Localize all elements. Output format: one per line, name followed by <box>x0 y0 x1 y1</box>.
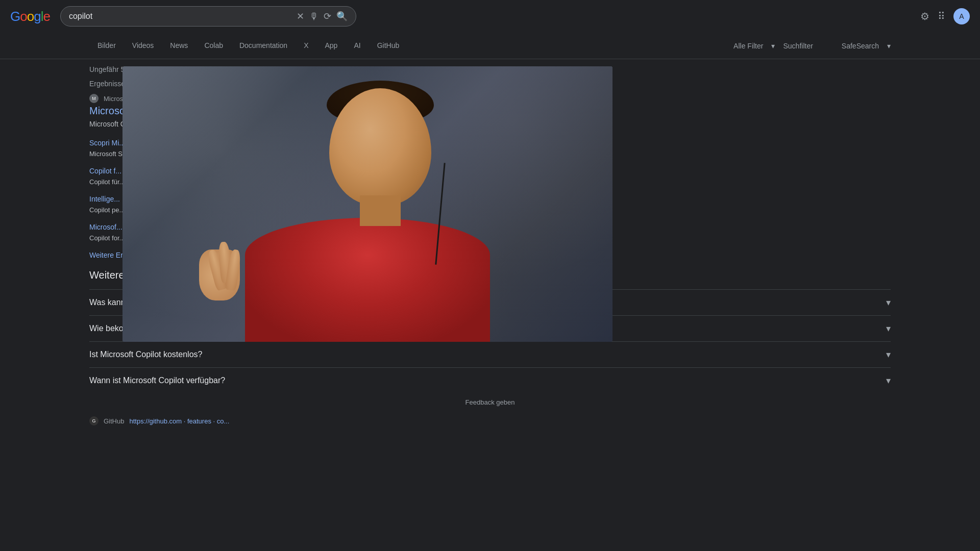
settings-icon[interactable]: ⚙ <box>920 10 929 22</box>
nav-item-colab[interactable]: Colab <box>196 33 231 59</box>
question-item-3[interactable]: Ist Microsoft Copilot kostenlos? ▾ <box>89 341 891 367</box>
microphone-icon[interactable]: 🎙 <box>309 11 318 22</box>
safe-search-label[interactable]: SafeSearch <box>842 42 879 50</box>
nav-item-documentation[interactable]: Documentation <box>231 33 296 59</box>
nav-item-github[interactable]: GitHub <box>369 33 408 59</box>
header: Google ✕ 🎙 ⟳ 🔍 ⚙ ⠿ A <box>0 0 980 33</box>
nav-item-news[interactable]: News <box>162 33 196 59</box>
nav-item-bilder[interactable]: Bilder <box>89 33 124 59</box>
google-logo[interactable]: Google <box>10 9 50 24</box>
nav-item-ai[interactable]: AI <box>346 33 369 59</box>
video-person-face <box>309 88 452 262</box>
nav-bar: Bilder Videos News Colab Documentation X… <box>0 33 980 59</box>
search-input[interactable] <box>69 12 291 21</box>
microsoft-favicon: M <box>89 94 99 103</box>
apps-icon[interactable]: ⠿ <box>938 10 945 22</box>
result-source-github: G GitHub https://github.com · features ·… <box>89 416 891 425</box>
all-filters-button[interactable]: Alle Filter <box>733 42 763 50</box>
chevron-down-icon-3: ▾ <box>886 349 891 360</box>
chevron-down-icon-2: ▾ <box>886 323 891 334</box>
video-content <box>122 66 612 342</box>
search-filter-button[interactable]: Suchfilter <box>783 42 813 50</box>
clear-icon[interactable]: ✕ <box>297 11 304 22</box>
result-domain-github: GitHub <box>104 417 124 425</box>
nav-right: Alle Filter ▾ Suchfilter SafeSearch ▾ <box>733 42 891 50</box>
video-person-hand <box>172 188 263 300</box>
nav-item-app[interactable]: App <box>316 33 346 59</box>
chevron-down-icon-1: ▾ <box>886 297 891 308</box>
nav-item-videos[interactable]: Videos <box>124 33 162 59</box>
video-person-neck <box>360 195 401 226</box>
header-right: ⚙ ⠿ A <box>920 8 970 24</box>
feedback-button[interactable]: Feedback geben <box>89 393 891 411</box>
chevron-down-icon-4: ▾ <box>886 375 891 386</box>
question-item-4[interactable]: Wann ist Microsoft Copilot verfügbar? ▾ <box>89 367 891 393</box>
avatar[interactable]: A <box>953 8 970 24</box>
github-favicon: G <box>89 416 99 425</box>
hand-palm <box>199 249 240 300</box>
nav-item-x[interactable]: X <box>296 33 316 59</box>
result-entry-github: G GitHub https://github.com · features ·… <box>89 416 891 425</box>
search-bar: ✕ 🎙 ⟳ 🔍 <box>60 6 356 27</box>
result-url-github: https://github.com · features · co... <box>129 417 229 425</box>
video-overlay[interactable] <box>122 66 612 342</box>
search-icon[interactable]: 🔍 <box>336 11 348 22</box>
camera-icon[interactable]: ⟳ <box>324 11 331 22</box>
